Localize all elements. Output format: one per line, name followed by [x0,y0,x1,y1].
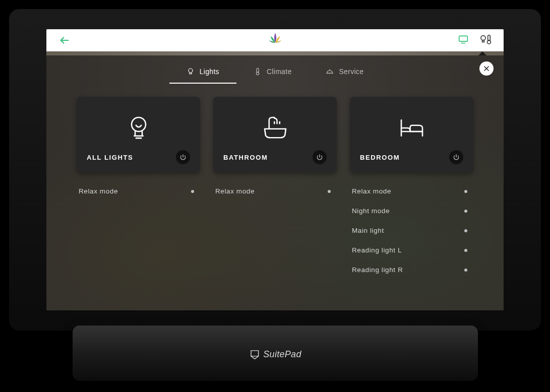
column-all-lights: ALL LIGHTS Relax mode [77,97,200,310]
dock-brand: SuitePad [249,349,301,360]
bulb-icon [125,114,153,142]
svg-rect-1 [459,36,468,41]
power-button[interactable] [176,150,190,164]
svg-rect-4 [488,35,491,41]
mode-item[interactable]: Relax mode [77,181,200,201]
back-button[interactable] [57,35,72,46]
mode-list-bathroom: Relax mode [213,181,337,201]
mode-item[interactable]: Reading light L [350,240,473,260]
tab-climate[interactable]: Climate [236,64,309,84]
mode-label: Main light [352,227,384,234]
tablet-shell: Lights Climate Service [9,9,541,331]
dock-brand-label: SuitePad [263,349,301,360]
mode-item[interactable]: Reading light R [350,260,473,280]
card-bathroom[interactable]: BATHROOM [213,97,337,172]
mode-item[interactable]: Main light [350,221,473,240]
mode-label: Night mode [352,207,390,215]
bathtub-icon [261,114,289,142]
card-title: BATHROOM [223,154,268,161]
mode-indicator [464,269,467,272]
mode-indicator [464,210,467,213]
close-icon [483,65,490,72]
tab-label: Climate [267,68,292,76]
power-icon [453,154,460,161]
svg-point-10 [256,72,259,75]
mode-indicator [464,190,467,193]
mode-indicator [464,249,467,252]
thermometer-icon [254,68,262,76]
mode-item[interactable]: Relax mode [350,181,473,201]
app-logo [267,31,284,50]
bed-icon [398,114,426,142]
tab-label: Service [339,68,363,76]
column-bedroom: BEDROOM Relax mode [350,97,473,310]
suitepad-logo-icon [249,349,260,360]
card-title: BEDROOM [360,154,400,161]
room-control-button[interactable] [479,34,493,47]
lights-columns: ALL LIGHTS Relax mode [46,84,504,310]
tablet-dock: SuitePad [73,325,478,381]
menu-caret [478,51,486,55]
tv-button[interactable] [457,34,469,46]
mode-label: Relax mode [79,187,118,195]
power-icon [179,154,187,161]
bulb-icon [187,68,195,76]
mode-label: Reading light L [352,246,402,254]
mode-item[interactable]: Relax mode [213,181,337,201]
bell-icon [326,68,334,76]
tv-icon [457,34,469,44]
mode-list-bedroom: Relax mode Night mode Main light Re [350,181,473,280]
mode-label: Relax mode [352,187,391,195]
room-control-panel: Lights Climate Service [46,55,504,310]
mode-label: Relax mode [215,187,255,195]
bulb-thermometer-icon [479,34,493,45]
mode-item[interactable]: Night mode [350,201,473,221]
mode-indicator [191,190,194,193]
app-topbar [46,29,504,51]
column-bathroom: BATHROOM Relax mode [213,97,337,310]
mode-indicator [464,229,467,232]
close-button[interactable] [479,61,494,76]
mode-label: Reading light R [352,266,403,274]
mode-list-all-lights: Relax mode [77,181,200,201]
mode-indicator [328,190,331,193]
svg-point-3 [481,36,485,40]
svg-point-8 [189,69,193,73]
tab-label: Lights [200,68,219,76]
card-bedroom[interactable]: BEDROOM [350,97,473,172]
panel-tabs: Lights Climate Service [46,55,504,84]
power-button[interactable] [449,150,463,164]
arrow-left-icon [57,35,72,46]
tab-service[interactable]: Service [309,64,381,84]
tab-lights[interactable]: Lights [169,64,236,84]
card-title: ALL LIGHTS [87,154,133,161]
power-button[interactable] [313,150,327,164]
card-all-lights[interactable]: ALL LIGHTS [77,97,200,172]
lotus-icon [267,31,284,48]
power-icon [316,154,323,161]
tablet-screen: Lights Climate Service [46,29,504,310]
svg-point-13 [132,117,146,132]
svg-rect-9 [257,68,259,72]
